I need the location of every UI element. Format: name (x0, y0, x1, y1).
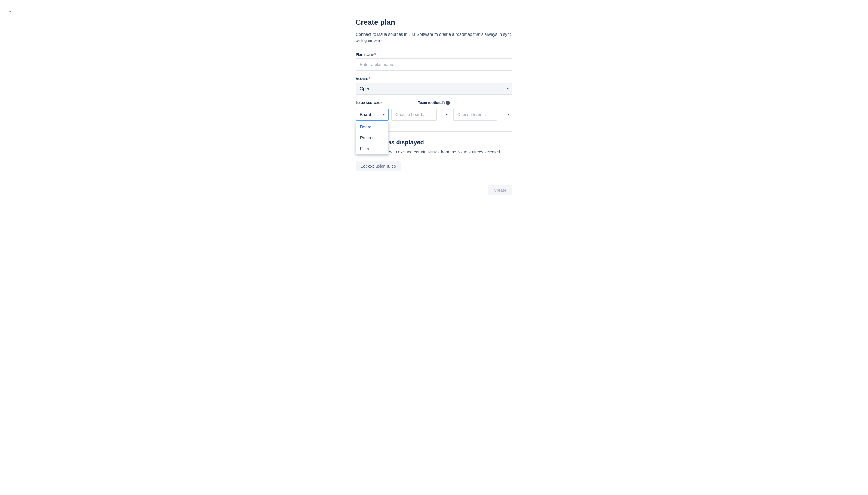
source-type-label: Board (360, 112, 371, 117)
close-icon: × (8, 8, 12, 15)
set-exclusion-rules-button[interactable]: Set exclusion rules (355, 161, 401, 171)
access-label: Access* (355, 76, 513, 81)
choose-board-select[interactable]: Choose board... (391, 108, 437, 121)
plan-name-label: Plan name* (355, 52, 513, 57)
required-star-access: * (369, 76, 370, 81)
team-label: Team (optional) i (418, 101, 450, 105)
choose-team-select[interactable]: Choose team... (453, 108, 497, 121)
team-chevron-icon: ▾ (507, 113, 509, 117)
source-type-chevron-icon: ▾ (383, 113, 385, 117)
issue-sources-label: Issue sources* (355, 101, 382, 107)
page-title: Create plan (355, 18, 513, 27)
choose-team-wrapper: Choose team... ▾ (453, 108, 513, 121)
form-footer: Create (355, 181, 513, 195)
required-star-sources: * (380, 101, 382, 105)
access-group: Access* Open Private Full access ▾ (355, 76, 513, 95)
source-type-dropdown: Board Project Filter (355, 121, 389, 154)
form-container: Create plan Connect to issue sources in … (355, 18, 513, 195)
info-icon[interactable]: i (446, 101, 450, 105)
page-container: Create plan Connect to issue sources in … (0, 0, 868, 213)
page-description: Connect to issue sources in Jira Softwar… (355, 31, 513, 44)
plan-name-input[interactable] (355, 58, 513, 70)
required-star: * (374, 52, 376, 57)
choose-board-wrapper: Choose board... ▾ (391, 108, 451, 121)
dropdown-item-project[interactable]: Project (356, 132, 388, 143)
plan-name-group: Plan name* (355, 52, 513, 70)
dropdown-item-board[interactable]: Board (356, 121, 388, 132)
sources-selects-row: Board ▾ Board Project Filter Choose boar… (355, 108, 513, 121)
dropdown-item-filter[interactable]: Filter (356, 143, 388, 154)
close-button[interactable]: × (7, 7, 13, 16)
source-type-wrapper: Board ▾ Board Project Filter (355, 108, 389, 121)
issue-sources-group: Issue sources* Team (optional) i Board ▾ (355, 101, 513, 121)
board-chevron-icon: ▾ (446, 113, 448, 117)
source-type-button[interactable]: Board ▾ (355, 108, 389, 121)
access-select[interactable]: Open Private Full access (355, 83, 513, 95)
create-button[interactable]: Create (488, 185, 513, 195)
access-select-wrapper: Open Private Full access ▾ (355, 83, 513, 95)
